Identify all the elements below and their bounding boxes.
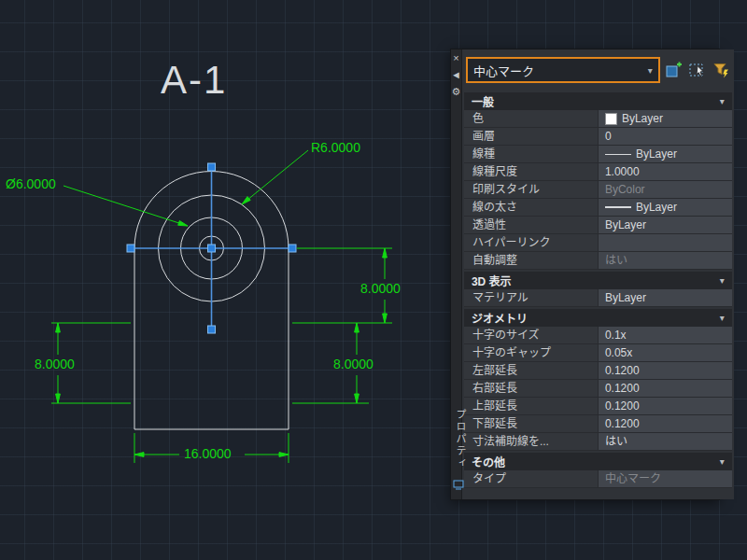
grip <box>127 245 134 252</box>
model-space-canvas[interactable]: A-1 R6.0000 Ø6.0000 8.0000 8.0000 8.0000… <box>0 0 747 560</box>
property-row-top-extension: 上部延長 0.1200 <box>464 398 732 415</box>
section-header-general[interactable]: 一般 ▾ <box>464 92 732 110</box>
select-objects-icon[interactable] <box>688 61 707 79</box>
linetype-glyph <box>605 154 631 155</box>
object-type-value: 中心マーク <box>473 62 534 79</box>
dimension-mid-label[interactable]: 8.0000 <box>333 357 374 371</box>
property-row-color: 色 ByLayer <box>464 110 732 128</box>
dimension-width-label[interactable]: 16.0000 <box>184 446 232 461</box>
property-row-extension-lines: 寸法補助線を... はい <box>464 433 732 451</box>
property-row-linetype: 線種 ByLayer <box>464 146 732 163</box>
autohide-icon[interactable]: ◄ <box>451 66 461 83</box>
property-row-bottom-extension: 下部延長 0.1200 <box>464 415 732 433</box>
grip <box>208 326 216 333</box>
chevron-down-icon[interactable]: ▾ <box>720 456 725 467</box>
leader-lines[interactable] <box>63 150 308 226</box>
lineweight-glyph <box>605 206 631 208</box>
property-row-linetype-scale: 線種尺度 1.0000 <box>464 163 732 181</box>
properties-palette: × ◄ ⚙ プロパティ 中心マーク ▾ <box>450 49 720 500</box>
palette-main: 中心マーク ▾ 一般 ▾ <box>462 49 734 499</box>
property-row-material: マテリアル ByLayer <box>464 289 732 307</box>
property-row-left-extension: 左部延長 0.1200 <box>464 362 732 380</box>
property-row-hyperlink: ハイパーリンク <box>464 234 732 252</box>
property-row-plot-style: 印刷スタイル ByColor <box>464 181 732 199</box>
chevron-down-icon[interactable]: ▾ <box>720 275 725 286</box>
display-icon[interactable] <box>453 477 464 494</box>
property-row-right-extension: 右部延長 0.1200 <box>464 380 732 398</box>
dimension-radius-label[interactable]: R6.0000 <box>311 140 360 155</box>
object-type-dropdown[interactable]: 中心マーク ▾ <box>466 57 660 83</box>
property-row-cross-gap: 十字のギャップ 0.05x <box>464 344 732 362</box>
grip <box>289 245 296 252</box>
quick-select-icon[interactable] <box>712 61 730 79</box>
drawing-title-text[interactable]: A-1 <box>161 58 227 103</box>
chevron-down-icon: ▾ <box>648 65 653 76</box>
close-icon[interactable]: × <box>451 49 461 66</box>
palette-toolbar: 中心マーク ▾ <box>464 49 732 91</box>
dimension-left-label[interactable]: 8.0000 <box>35 357 75 371</box>
property-row-cross-size: 十字のサイズ 0.1x <box>464 327 732 344</box>
property-row-transparency: 透過性 ByLayer <box>464 217 732 234</box>
toggle-pickadd-icon[interactable] <box>665 61 684 79</box>
section-header-misc[interactable]: その他 ▾ <box>464 453 732 470</box>
grip <box>208 163 216 171</box>
grip <box>208 245 216 252</box>
property-row-auto-adjust: 自動調整 はい <box>464 252 732 270</box>
palette-menu-icon[interactable]: ⚙ <box>451 83 461 100</box>
dimension-diameter-label[interactable]: Ø6.0000 <box>6 176 56 191</box>
chevron-down-icon[interactable]: ▾ <box>720 96 725 106</box>
section-header-geometry[interactable]: ジオメトリ ▾ <box>464 309 732 327</box>
property-row-type: タイプ 中心マーク <box>464 470 732 488</box>
palette-title-vertical[interactable]: プロパティ <box>453 409 468 469</box>
color-swatch <box>605 113 617 125</box>
section-header-3d-display[interactable]: 3D 表示 ▾ <box>464 272 732 289</box>
property-row-lineweight: 線の太さ ByLayer <box>464 199 732 217</box>
palette-side-bar[interactable]: × ◄ ⚙ プロパティ <box>451 49 462 499</box>
chevron-down-icon[interactable]: ▾ <box>720 313 725 323</box>
dimension-lines[interactable] <box>51 248 392 463</box>
property-row-layer: 画層 0 <box>464 128 732 146</box>
dimension-right-label[interactable]: 8.0000 <box>360 281 401 296</box>
